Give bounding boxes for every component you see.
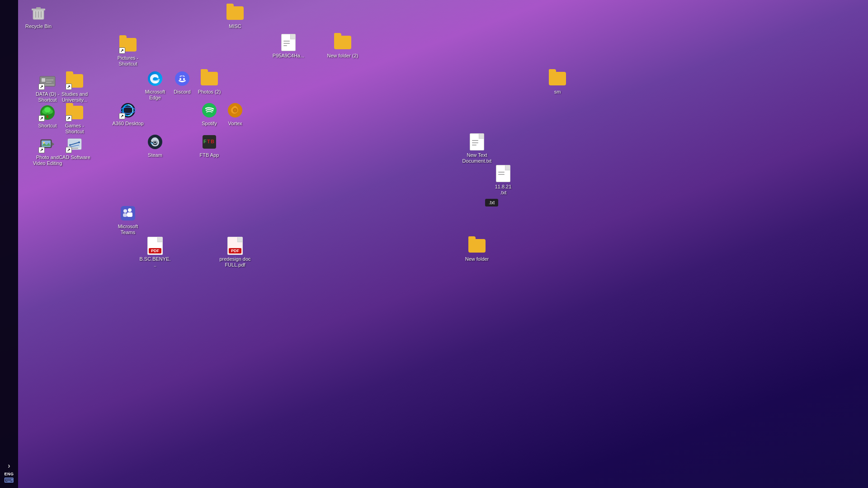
steam-label: Steam <box>148 152 162 158</box>
svg-rect-46 <box>127 212 132 217</box>
svg-rect-8 <box>46 80 53 80</box>
a360-icon[interactable]: ↗ A360 Desktop <box>110 99 146 128</box>
predesign-pdf-icon[interactable]: PDF predesign doc FULL.pdf <box>217 235 253 270</box>
ftb-label: FTB App <box>200 152 219 158</box>
a360-label: A360 Desktop <box>112 121 143 127</box>
language-section[interactable]: ENG ⌨ <box>4 472 14 484</box>
icons-area: Recycle Bin MISC ↗ Pictures - Shortcut <box>18 0 868 488</box>
txt-11821-tooltip: .txt <box>485 199 498 206</box>
ps-file-icon[interactable]: P95A9C4Ha... <box>270 32 307 61</box>
lang-text[interactable]: ENG <box>4 472 14 476</box>
new-folder-label: New folder <box>465 256 489 262</box>
teams-icon[interactable]: Microsoft Teams <box>110 202 146 237</box>
sm-folder-label: sm <box>554 89 561 95</box>
svg-point-39 <box>154 141 156 144</box>
recycle-bin-label: Recycle Bin <box>25 23 52 29</box>
svg-point-12 <box>175 71 189 86</box>
pictures-shortcut-label: Pictures - Shortcut <box>112 55 144 67</box>
photos2-icon[interactable]: Photos (2) <box>191 68 227 97</box>
keyboard-icon[interactable]: ⌨ <box>4 476 14 484</box>
txt-11821-label: 11.8.21.txt <box>495 184 512 196</box>
vortex-label: Vortex <box>228 121 242 127</box>
svg-text:B: B <box>211 139 214 144</box>
txt-11821-icon[interactable]: 11.8.21.txt .txt <box>485 163 521 197</box>
ps-file-label: P95A9C4Ha... <box>273 53 304 59</box>
predesign-pdf-label: predesign doc FULL.pdf <box>219 256 251 268</box>
svg-text:T: T <box>207 139 210 144</box>
cad-software-icon[interactable]: ↗ CAD Software <box>57 133 93 162</box>
svg-point-13 <box>179 78 181 80</box>
misc-folder-label: MISC <box>229 23 241 29</box>
games-shortcut-icon[interactable]: ↗ Games - Shortcut <box>57 102 93 136</box>
svg-text:F: F <box>203 139 207 144</box>
vortex-icon[interactable]: Vortex <box>217 99 253 128</box>
pictures-shortcut-icon[interactable]: ↗ Pictures - Shortcut <box>110 34 146 69</box>
sm-folder-icon[interactable]: sm <box>539 68 576 97</box>
new-folder-2-icon[interactable]: New folder (2) <box>325 32 361 61</box>
svg-point-23 <box>202 103 217 117</box>
studies-folder-icon[interactable]: ↗ Studies and University... <box>57 70 93 105</box>
svg-rect-7 <box>42 78 45 82</box>
svg-point-11 <box>148 71 162 86</box>
misc-folder-icon[interactable]: MISC <box>217 2 253 31</box>
svg-point-19 <box>44 107 51 113</box>
expand-button[interactable]: › <box>8 462 10 470</box>
bsc-pdf-icon[interactable]: PDF B.SC.BENYE... <box>137 235 173 270</box>
svg-point-26 <box>234 109 236 112</box>
svg-rect-9 <box>46 82 52 83</box>
svg-rect-49 <box>123 213 127 217</box>
recycle-bin-icon[interactable]: Recycle Bin <box>20 2 57 31</box>
svg-point-45 <box>128 208 132 212</box>
svg-marker-29 <box>52 142 54 146</box>
cad-software-label: CAD Software <box>59 155 90 160</box>
svg-rect-37 <box>71 148 78 149</box>
bsc-pdf-label: B.SC.BENYE... <box>139 256 171 268</box>
new-folder-icon[interactable]: New folder <box>459 235 495 264</box>
svg-rect-20 <box>47 115 48 118</box>
desktop: › ENG ⌨ Recycle Bin <box>0 0 868 488</box>
ftb-icon[interactable]: F T B FTB App <box>191 131 227 160</box>
discord-label: Discord <box>174 89 190 95</box>
svg-point-14 <box>183 78 185 80</box>
teams-label: Microsoft Teams <box>112 224 144 235</box>
tree-shortcut-label: Shortcut <box>38 123 57 129</box>
new-folder-2-label: New folder (2) <box>327 53 358 59</box>
svg-point-35 <box>69 144 71 146</box>
steam-icon[interactable]: Steam <box>137 131 173 160</box>
svg-point-36 <box>78 141 80 143</box>
left-taskbar: › ENG ⌨ <box>0 0 18 488</box>
new-text-doc-icon[interactable]: New Text Document.txt <box>459 131 495 166</box>
spotify-label: Spotify <box>202 121 217 127</box>
svg-point-47 <box>123 209 127 213</box>
photos2-label: Photos (2) <box>198 89 221 95</box>
svg-rect-2 <box>36 7 41 9</box>
